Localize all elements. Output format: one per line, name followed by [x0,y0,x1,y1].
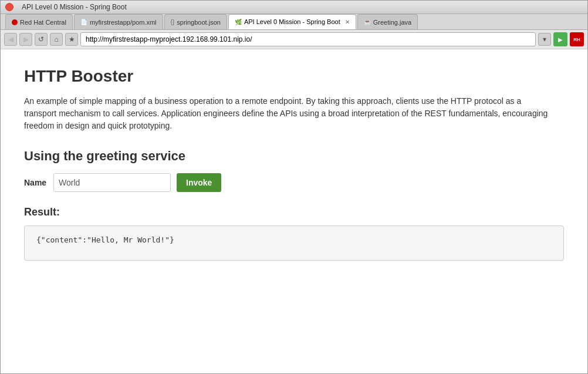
address-bar-input[interactable] [80,32,536,46]
result-label: Result: [24,206,564,218]
bookmarks-button[interactable]: ★ [65,33,78,46]
form-row: Name Invoke [24,173,564,192]
title-bar: API Level 0 Mission - Spring Boot [1,1,587,14]
tab-pom-xml[interactable]: 📄 myfirstrestapp/pom.xml [74,14,163,29]
spring-icon: 🌿 [235,19,242,25]
page-title: HTTP Booster [24,67,564,86]
tab-label: Red Hat Central [20,19,66,26]
address-bar-row: ◀ ▶ ↺ ⌂ ★ ▾ [1,30,587,49]
name-label: Name [24,178,48,187]
tab-greeting-java[interactable]: ☕ Greeting.java [357,14,418,29]
forward-button[interactable]: ▶ [19,33,32,46]
tab-label: myfirstrestapp/pom.xml [90,19,157,26]
section-title: Using the greeting service [24,149,564,164]
back-button[interactable]: ◀ [4,33,17,46]
name-input[interactable] [53,173,171,192]
reload-button[interactable]: ↺ [35,33,48,46]
tab-api-level0[interactable]: 🌿 API Level 0 Mission - Spring Boot ✕ [228,14,356,29]
invoke-button[interactable]: Invoke [177,173,221,192]
tab-red-hat-central[interactable]: Red Hat Central [5,14,73,29]
home-button[interactable]: ⌂ [50,33,63,46]
close-window-button[interactable] [5,3,13,11]
tab-close-button[interactable]: ✕ [345,19,350,25]
page-content: HTTP Booster An example of simple mappin… [1,49,587,373]
xml-icon: 📄 [80,19,87,25]
go-button[interactable] [553,32,567,46]
json-icon: {} [171,19,175,25]
rhc-button[interactable] [570,32,584,46]
browser-window: API Level 0 Mission - Spring Boot Red Ha… [0,0,588,374]
dropdown-button[interactable]: ▾ [538,33,551,46]
java-icon: ☕ [364,19,371,25]
tabs-bar: Red Hat Central 📄 myfirstrestapp/pom.xml… [1,14,587,30]
result-content: {"content":"Hello, Mr World!"} [36,235,174,244]
tab-label: API Level 0 Mission - Spring Boot [244,18,340,25]
tab-springboot-json[interactable]: {} springboot.json [164,14,227,29]
browser-title: API Level 0 Mission - Spring Boot [22,3,127,11]
red-hat-icon [12,19,18,25]
tab-label: springboot.json [177,19,221,26]
result-box: {"content":"Hello, Mr World!"} [24,225,564,261]
page-description: An example of simple mapping of a busine… [24,95,552,132]
tab-label: Greeting.java [373,19,411,26]
window-controls [5,3,13,11]
